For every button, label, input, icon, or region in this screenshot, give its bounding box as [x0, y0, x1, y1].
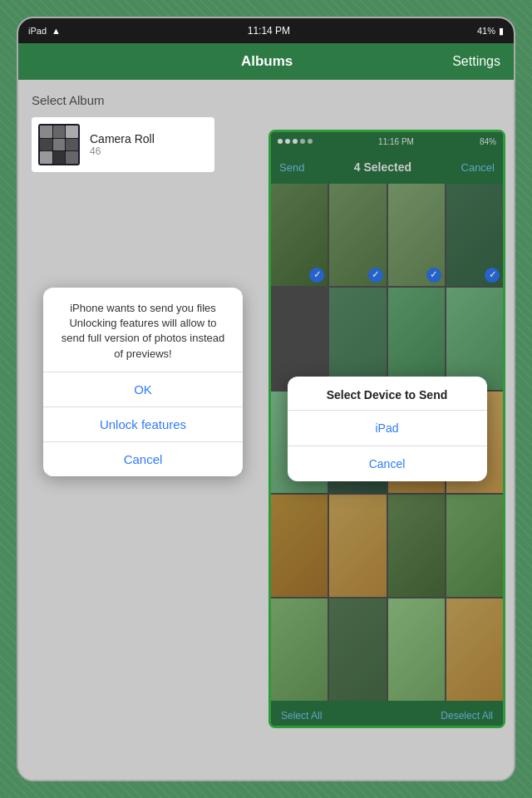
modal-cancel-button[interactable]: Cancel	[288, 446, 487, 481]
thumb-cell	[40, 139, 52, 151]
ipad-option-button[interactable]: iPad	[288, 411, 487, 446]
device-label: iPad	[28, 26, 47, 36]
thumb-cell	[40, 151, 52, 164]
status-right: 41% ▮	[477, 26, 504, 37]
status-left: iPad ▲	[28, 26, 61, 36]
thumb-cell	[66, 151, 78, 164]
status-bar: iPad ▲ 11:14 PM 41% ▮	[18, 18, 514, 43]
thumb-cell	[53, 139, 66, 151]
settings-button[interactable]: Settings	[452, 54, 500, 69]
select-device-modal: Select Device to Send iPad Cancel	[288, 377, 487, 481]
alert-cancel-button[interactable]: Cancel	[43, 442, 243, 476]
thumb-cell	[53, 126, 66, 138]
ok-button[interactable]: OK	[43, 372, 243, 407]
battery-icon: ▮	[499, 26, 504, 37]
thumb-cell	[66, 126, 78, 138]
album-item[interactable]: Camera Roll 46	[32, 117, 214, 172]
thumb-cell	[66, 139, 78, 151]
alert-dialog: iPhone wants to send you files Unlocking…	[43, 288, 243, 476]
battery-label: 41%	[477, 26, 495, 36]
thumb-cell	[40, 126, 52, 138]
unlock-features-button[interactable]: Unlock features	[43, 407, 243, 442]
main-content: Select Album Camera Roll 46 iPhone w	[18, 80, 514, 781]
nav-title: Albums	[241, 53, 293, 70]
wifi-icon: ▲	[52, 26, 61, 36]
album-thumbnail	[38, 124, 80, 165]
thumb-cell	[53, 151, 66, 164]
phone-overlay: 11:16 PM 84% Send 4 Selected Cancel ✓ ✓ …	[268, 130, 505, 728]
album-name: Camera Roll	[90, 132, 155, 145]
album-info: Camera Roll 46	[90, 132, 155, 157]
section-title: Select Album	[32, 93, 500, 107]
modal-title: Select Device to Send	[288, 377, 487, 411]
album-count: 46	[90, 145, 155, 157]
nav-bar: Albums Settings	[18, 43, 514, 80]
alert-message: iPhone wants to send you files Unlocking…	[43, 288, 243, 372]
status-time: 11:14 PM	[248, 25, 290, 37]
ipad-frame: iPad ▲ 11:14 PM 41% ▮ Albums Settings Se…	[17, 17, 515, 781]
